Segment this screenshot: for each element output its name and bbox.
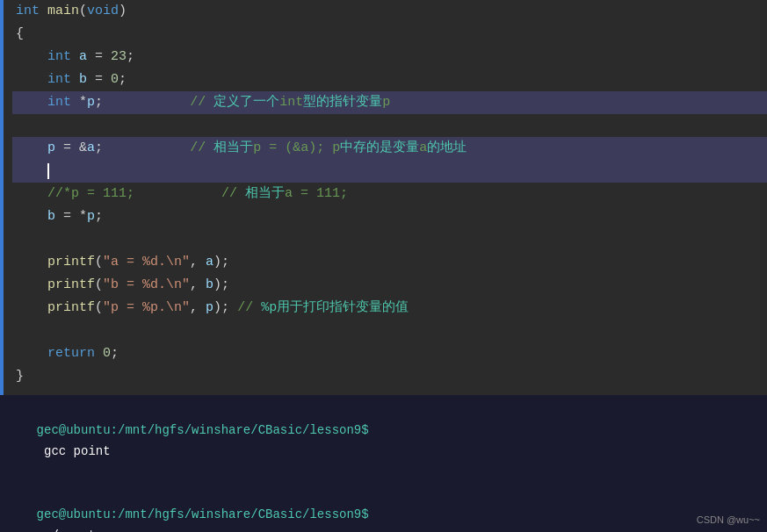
str-p: "p = %p.\n" (103, 297, 190, 320)
paren-open2: ( (95, 251, 103, 274)
code-line-int-b: int b = 0 ; (12, 68, 767, 91)
comment-p-var: p (382, 91, 390, 114)
fn-printf-b: printf (47, 274, 95, 297)
paren-open: ( (79, 0, 87, 23)
num-0: 0 (111, 68, 119, 91)
spacing3 (134, 183, 221, 205)
semi-return: ; (111, 342, 119, 365)
op-eq: = (87, 46, 111, 68)
comment-p-kw: p = (&a); p (253, 137, 340, 160)
op-eq3: = (55, 137, 79, 160)
space (71, 68, 79, 91)
semi: ; (127, 46, 134, 68)
comment-cn-p-assign2: 中存的是变量 (340, 137, 419, 160)
code-line-printf-a: printf ( "a = %d.\n" , a ); (12, 251, 767, 274)
comment-pct-p: // (237, 297, 261, 320)
comma: , (190, 251, 206, 274)
indent (16, 183, 47, 205)
arg-p: p (206, 297, 213, 320)
term-line-1: gec@ubuntu:/mnt/hgfs/winshare/CBasic/les… (7, 399, 760, 483)
indent (16, 68, 47, 91)
term-line-2: gec@ubuntu:/mnt/hgfs/winshare/CBasic/les… (7, 483, 760, 532)
var-p2: p (47, 137, 55, 160)
var-a2: a (87, 137, 95, 160)
code-line-open-brace: { (12, 23, 767, 46)
term-path-1: gec@ubuntu:/mnt/hgfs/winshare/CBasic/les… (37, 423, 369, 437)
var-p: p (87, 91, 95, 114)
code-line-close-brace: } (12, 365, 767, 388)
paren-close3: ); (213, 274, 229, 297)
paren-close2: ); (213, 251, 229, 274)
ptr-star: * (79, 91, 87, 114)
keyword-void: void (87, 0, 119, 23)
code-line-p-assign: p = & a ; // 相当于 p = (&a); p 中存的是变量 a 的地… (12, 137, 767, 160)
code-line-commented-p: //*p = 111; // 相当于 a = 111; (12, 183, 767, 205)
comment-int-kw: int (279, 91, 303, 114)
num-ret-0: 0 (103, 342, 111, 365)
code-line-cursor (12, 160, 767, 183)
comment-int-p: // (190, 91, 213, 114)
code-line-blank3 (12, 320, 767, 342)
terminal: gec@ubuntu:/mnt/hgfs/winshare/CBasic/les… (0, 395, 767, 532)
indent (16, 342, 47, 365)
comment-cn-p-assign3: 的地址 (427, 137, 467, 160)
paren-open3: ( (95, 274, 103, 297)
comment-pct-highlight: %p (261, 297, 277, 320)
space (71, 46, 79, 68)
var-b: b (79, 68, 87, 91)
comment-a-eq: a = 111; (285, 183, 348, 205)
code-line-printf-p: printf ( "p = %p.\n" , p ); // %p 用于打印指针… (12, 297, 767, 320)
csdn-watermark: CSDN @wu~~ (697, 509, 760, 530)
indent (16, 137, 47, 160)
comma2: , (190, 274, 206, 297)
paren-open4: ( (95, 297, 103, 320)
keyword-int: int (16, 0, 40, 23)
comma3: , (190, 297, 206, 320)
comment-p-assign: // (190, 137, 213, 160)
comment-cn-int-p: 定义了一个 (213, 91, 279, 114)
str-a: "a = %d.\n" (103, 251, 190, 274)
brace-close: } (16, 365, 24, 388)
semi5: ; (95, 205, 103, 228)
paren-close4: ); (213, 297, 237, 320)
code-line-int-a: int a = 23 ; (12, 46, 767, 68)
term-cmd-2: ./a.out (37, 528, 96, 532)
comment-cn-int-p2: 型的指针变量 (303, 91, 382, 114)
var-b2: b (47, 205, 55, 228)
comment-a-kw: a (419, 137, 427, 160)
num-23: 23 (111, 46, 127, 68)
kw-int-p: int (47, 91, 71, 114)
var-p3: p (87, 205, 95, 228)
code-line-main-sig: int main ( void ) (12, 0, 767, 23)
code-editor: int main ( void ) { int a = 23 ; int (0, 0, 767, 395)
indent (16, 297, 47, 320)
space (95, 342, 103, 365)
term-cmd-1: gcc point (37, 444, 111, 458)
str-b: "b = %d.\n" (103, 274, 190, 297)
comment-cn-equiv: 相当于 (245, 183, 285, 205)
addr-op: & (79, 137, 87, 160)
indent (16, 251, 47, 274)
indent (16, 160, 47, 183)
comment-cn-p-assign: 相当于 (213, 137, 253, 160)
code-line-b-star-p: b = * p ; (12, 205, 767, 228)
code-line-return: return 0 ; (12, 342, 767, 365)
indent (16, 274, 47, 297)
fn-printf-a: printf (47, 251, 95, 274)
brace-open: { (16, 23, 24, 46)
space (40, 0, 47, 23)
kw-int-a: int (47, 46, 71, 68)
var-a: a (79, 46, 87, 68)
indent (16, 46, 47, 68)
code-lines: int main ( void ) { int a = 23 ; int (0, 0, 767, 388)
semi2: ; (119, 68, 127, 91)
paren-close: ) (119, 0, 127, 23)
cursor-indicator (47, 163, 49, 179)
comment-equiv: // (221, 183, 245, 205)
op-eq2: = (87, 68, 111, 91)
semi4: ; (95, 137, 103, 160)
code-line-blank2 (12, 228, 767, 251)
deref-star: * (79, 205, 87, 228)
op-eq4: = (55, 205, 79, 228)
indent (16, 205, 47, 228)
